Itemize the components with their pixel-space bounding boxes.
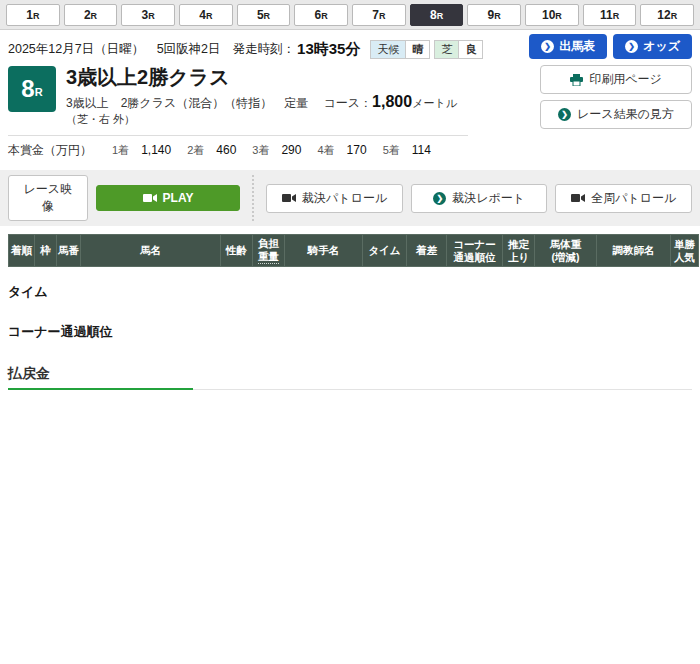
print-page-button[interactable]: 印刷用ページ — [540, 65, 692, 94]
judge-report-button[interactable]: ❯ 裁決レポート — [411, 184, 548, 213]
race-number: 8 — [21, 75, 34, 103]
results-header: 負担重量 — [253, 235, 285, 267]
arrow-circle-icon: ❯ — [558, 108, 571, 121]
all-patrol-button[interactable]: 全周パトロール — [555, 184, 692, 213]
prize-money-row: 本賞金（万円） 1着1,1402着4603着2904着1705着114 — [8, 142, 692, 162]
results-header: 馬番 — [57, 235, 81, 267]
prize-place: 1着 — [112, 143, 129, 158]
prize-amount: 114 — [412, 143, 431, 157]
prize-amount: 170 — [347, 143, 367, 157]
prize-place: 2着 — [187, 143, 204, 158]
printer-icon — [570, 74, 583, 86]
race-tab-2R[interactable]: 2R — [64, 4, 118, 26]
video-camera-icon — [282, 193, 296, 203]
results-header: タイム — [363, 235, 407, 267]
results-header: 枠 — [35, 235, 57, 267]
results-header: 性齢 — [221, 235, 253, 267]
weather-label: 天候 — [370, 40, 405, 59]
weather-value: 晴 — [405, 40, 430, 59]
course-distance: 1,800 — [372, 93, 412, 110]
time-section-title: タイム — [8, 283, 692, 301]
race-title: 3歳以上2勝クラス — [66, 66, 488, 89]
prize-amount: 290 — [281, 143, 301, 157]
result-guide-label: レース結果の見方 — [577, 106, 674, 123]
video-camera-icon — [143, 193, 157, 203]
race-conditions: 3歳以上 2勝クラス（混合）（特指） 定量 コース：1,800メートル （芝・右… — [66, 93, 488, 127]
prize-label: 本賞金（万円） — [8, 142, 92, 159]
print-page-label: 印刷用ページ — [589, 71, 662, 88]
race-tab-9R[interactable]: 9R — [467, 4, 521, 26]
video-toolbar: レース映像 PLAY 裁決パトロール ❯ 裁決レポート 全周パトロール — [0, 170, 700, 226]
odds-button-label: オッズ — [643, 38, 680, 55]
course-label: コース： — [324, 96, 373, 110]
prize-amount: 1,140 — [141, 143, 171, 157]
arrow-circle-icon: ❯ — [541, 40, 554, 53]
action-buttons: ❯ 出馬表 ❯ オッズ 印刷用ページ ❯ レース結果の見方 — [529, 34, 692, 129]
play-button[interactable]: PLAY — [96, 185, 241, 211]
prize-place: 4着 — [317, 143, 334, 158]
entries-button[interactable]: ❯ 出馬表 — [529, 34, 607, 59]
arrow-circle-icon: ❯ — [433, 192, 446, 205]
race-tab-12R[interactable]: 12R — [640, 4, 694, 26]
race-tab-10R[interactable]: 10R — [525, 4, 579, 26]
race-date: 2025年12月7日（日曜） 5回阪神2日 — [8, 41, 221, 58]
race-tab-4R[interactable]: 4R — [179, 4, 233, 26]
race-number-badge: 8 R — [8, 66, 56, 112]
results-table: 着順枠馬番馬名性齢負担重量騎手名タイム着差コーナー通過順位推定上り馬体重(増減)… — [8, 234, 699, 267]
results-header: 推定上り — [503, 235, 535, 267]
race-tab-11R[interactable]: 11R — [583, 4, 637, 26]
race-tab-3R[interactable]: 3R — [121, 4, 175, 26]
start-time-value: 13時35分 — [297, 40, 360, 59]
results-header: コーナー通過順位 — [447, 235, 503, 267]
start-time-label: 発走時刻： — [233, 41, 296, 58]
payout-section-title: 払戻金 — [8, 365, 692, 390]
results-header: 馬名 — [81, 235, 221, 267]
arrow-circle-icon: ❯ — [625, 40, 638, 53]
race-conditions-text: 3歳以上 2勝クラス（混合）（特指） 定量 — [66, 96, 308, 110]
result-guide-button[interactable]: ❯ レース結果の見方 — [540, 100, 692, 129]
judge-report-label: 裁決レポート — [452, 190, 525, 207]
results-header: 単勝人気 — [671, 235, 699, 267]
results-header: 着順 — [9, 235, 35, 267]
race-tab-5R[interactable]: 5R — [237, 4, 291, 26]
video-camera-icon — [571, 193, 585, 203]
race-tab-6R[interactable]: 6R — [294, 4, 348, 26]
race-tabbar: 1R2R3R4R5R6R7R8R9R10R11R12R — [0, 0, 700, 30]
race-tab-7R[interactable]: 7R — [352, 4, 406, 26]
divider — [8, 135, 468, 136]
turf-value: 良 — [458, 40, 483, 59]
play-label: PLAY — [163, 191, 194, 205]
judge-patrol-label: 裁決パトロール — [302, 190, 387, 207]
condition-badges: 天候 晴 芝 良 — [370, 40, 487, 59]
prize-amount: 460 — [216, 143, 236, 157]
turf-label: 芝 — [434, 40, 458, 59]
race-tab-8R[interactable]: 8R — [410, 4, 464, 26]
race-video-button[interactable]: レース映像 — [8, 175, 88, 221]
race-tab-1R[interactable]: 1R — [6, 4, 60, 26]
race-number-suffix: R — [35, 86, 43, 98]
race-video-label: レース映像 — [23, 181, 73, 215]
results-header: 馬体重(増減) — [535, 235, 597, 267]
judge-patrol-button[interactable]: 裁決パトロール — [266, 184, 403, 213]
toolbar-separator — [252, 175, 254, 221]
entries-button-label: 出馬表 — [559, 38, 595, 55]
corner-section-title: コーナー通過順位 — [8, 323, 692, 341]
results-header: 着差 — [407, 235, 447, 267]
results-header: 騎手名 — [285, 235, 363, 267]
prize-place: 5着 — [383, 143, 400, 158]
odds-button[interactable]: ❯ オッズ — [613, 34, 692, 59]
all-patrol-label: 全周パトロール — [591, 190, 676, 207]
prize-place: 3着 — [252, 143, 269, 158]
results-header: 調教師名 — [597, 235, 671, 267]
